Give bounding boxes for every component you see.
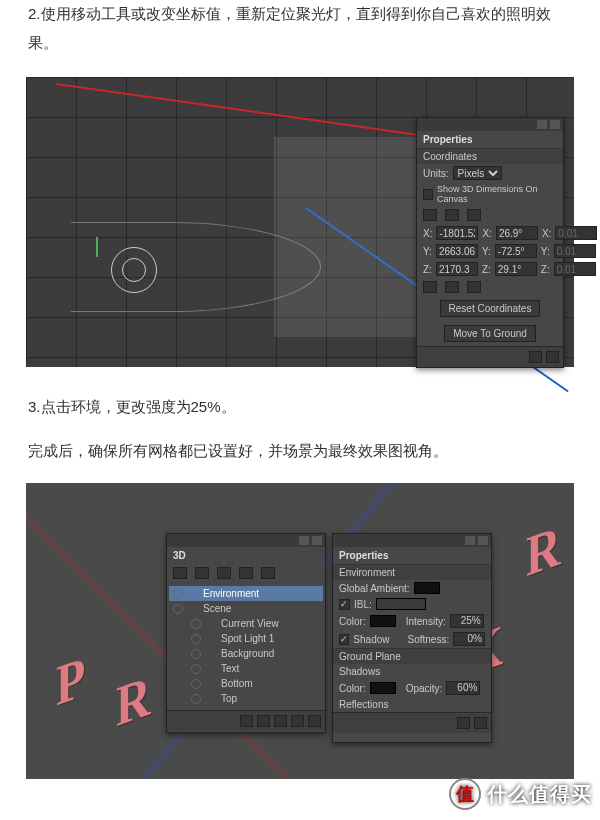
- panel-title: Properties: [333, 547, 491, 564]
- ground-plane-header: Ground Plane: [333, 648, 491, 664]
- panel-title: Properties: [417, 131, 563, 148]
- move-icon: [423, 209, 437, 221]
- shadow-label: Shadow: [353, 634, 389, 645]
- scene-tree: EnvironmentSceneCurrent ViewSpot Light 1…: [167, 582, 325, 710]
- panel-tab[interactable]: Coordinates: [417, 148, 563, 164]
- units-label: Units:: [423, 168, 449, 179]
- scale-icon: [467, 209, 481, 221]
- mesh-icon: [217, 567, 231, 579]
- color-label: Color:: [339, 616, 366, 627]
- scene-icon: [195, 567, 209, 579]
- tree-item-label: Bottom: [221, 678, 253, 689]
- material-icon: [239, 567, 253, 579]
- visibility-icon[interactable]: [191, 634, 201, 644]
- visibility-icon[interactable]: [191, 694, 201, 704]
- panel-tab[interactable]: Environment: [333, 564, 491, 580]
- opacity-value[interactable]: 60%: [446, 681, 480, 695]
- panel-titlebar[interactable]: [417, 118, 563, 131]
- show-3d-checkbox[interactable]: [423, 189, 433, 200]
- pos-z[interactable]: [436, 262, 478, 276]
- scene-tree-item[interactable]: Environment: [169, 586, 323, 601]
- 3d-panel-title: 3D: [167, 547, 325, 564]
- intensity-label: Intensity:: [406, 616, 446, 627]
- watermark-text: 什么值得买: [487, 781, 592, 808]
- rot-y[interactable]: [495, 244, 537, 258]
- tutorial-step-3a: 3.点击环境，更改强度为25%。: [0, 393, 600, 422]
- watermark: 值 什么值得买: [449, 778, 592, 810]
- intensity-value[interactable]: 25%: [450, 614, 484, 628]
- gp-color-swatch[interactable]: [370, 682, 396, 694]
- tree-item-label: Text: [221, 663, 239, 674]
- visibility-icon[interactable]: [173, 589, 183, 599]
- tree-item-label: Top: [221, 693, 237, 704]
- tutorial-step-3b: 完成后，确保所有网格都已设置好，并场景为最终效果图视角。: [0, 437, 600, 466]
- scene-tree-item[interactable]: Scene: [169, 601, 323, 616]
- spotlight-gizmo: [111, 247, 157, 293]
- reset-axis-icons[interactable]: [417, 278, 563, 296]
- transform-mode-icons[interactable]: [417, 206, 563, 224]
- rot-x[interactable]: [496, 226, 538, 240]
- visibility-icon[interactable]: [191, 649, 201, 659]
- shadow-checkbox[interactable]: [339, 634, 349, 645]
- ibl-checkbox[interactable]: [339, 599, 350, 610]
- reset-coordinates-button[interactable]: Reset Coordinates: [440, 300, 541, 317]
- rot-z[interactable]: [495, 262, 537, 276]
- tree-item-label: Environment: [203, 588, 259, 599]
- softness-label: Softness:: [407, 634, 449, 645]
- panel-titlebar[interactable]: [167, 534, 325, 547]
- scene-tree-item[interactable]: Spot Light 1: [169, 631, 323, 646]
- pos-y[interactable]: [436, 244, 478, 258]
- scene-tree-item[interactable]: Top: [169, 691, 323, 706]
- mesh-letter: P: [56, 642, 85, 719]
- visibility-icon[interactable]: [191, 664, 201, 674]
- tree-item-label: Scene: [203, 603, 231, 614]
- tree-item-label: Current View: [221, 618, 279, 629]
- filter-icon: [173, 567, 187, 579]
- reuse-icon[interactable]: [529, 351, 542, 363]
- panel-footer: [333, 712, 491, 733]
- trash-icon[interactable]: [546, 351, 559, 363]
- ibl-color-swatch[interactable]: [370, 615, 396, 627]
- reflections-label: Reflections: [339, 699, 388, 710]
- rotate-icon: [445, 209, 459, 221]
- properties-panel-coordinates: Properties Coordinates Units: Pixels Sho…: [416, 117, 564, 368]
- tutorial-step-2: 2.使用移动工具或改变坐标值，重新定位聚光灯，直到得到你自己喜欢的照明效果。: [0, 0, 600, 57]
- panel-footer: [167, 710, 325, 731]
- 3d-toolbar[interactable]: [167, 564, 325, 582]
- opacity-label: Opacity:: [406, 683, 443, 694]
- panel-footer: [417, 346, 563, 367]
- gp-color-label: Color:: [339, 683, 366, 694]
- screenshot-environment: P R R K 3D EnvironmentSceneCurrent ViewS…: [26, 483, 574, 779]
- visibility-icon[interactable]: [191, 619, 201, 629]
- scene-tree-item[interactable]: Current View: [169, 616, 323, 631]
- scene-tree-item[interactable]: Bottom: [169, 676, 323, 691]
- screenshot-coordinates: Properties Coordinates Units: Pixels Sho…: [26, 77, 574, 367]
- scale-y[interactable]: [554, 244, 596, 258]
- scale-x[interactable]: [555, 226, 597, 240]
- pos-x[interactable]: [436, 226, 478, 240]
- trash-icon[interactable]: [474, 717, 487, 729]
- scene-tree-item[interactable]: Background: [169, 646, 323, 661]
- coordinates-tab-label: Coordinates: [423, 151, 477, 162]
- global-ambient-swatch[interactable]: [414, 582, 440, 594]
- softness-value[interactable]: 0%: [453, 632, 485, 646]
- watermark-badge: 值: [449, 778, 481, 810]
- tree-item-label: Spot Light 1: [221, 633, 274, 644]
- scene-tree-item[interactable]: Text: [169, 661, 323, 676]
- mesh-letter: R: [526, 511, 561, 590]
- mesh-letter: R: [116, 661, 151, 740]
- tree-item-label: Background: [221, 648, 274, 659]
- visibility-icon[interactable]: [173, 604, 183, 614]
- visibility-icon[interactable]: [191, 679, 201, 689]
- ibl-swatch[interactable]: [376, 598, 426, 610]
- 3d-panel: 3D EnvironmentSceneCurrent ViewSpot Ligh…: [166, 533, 326, 733]
- scale-z[interactable]: [554, 262, 596, 276]
- move-to-ground-button[interactable]: Move To Ground: [444, 325, 536, 342]
- units-select[interactable]: Pixels: [453, 166, 502, 180]
- light-icon: [261, 567, 275, 579]
- panel-titlebar[interactable]: [333, 534, 491, 547]
- trash-icon[interactable]: [308, 715, 321, 727]
- show-3d-label: Show 3D Dimensions On Canvas: [437, 184, 557, 204]
- properties-panel-environment: Properties Environment Global Ambient: I…: [332, 533, 492, 743]
- shadows-sublabel: Shadows: [339, 666, 380, 677]
